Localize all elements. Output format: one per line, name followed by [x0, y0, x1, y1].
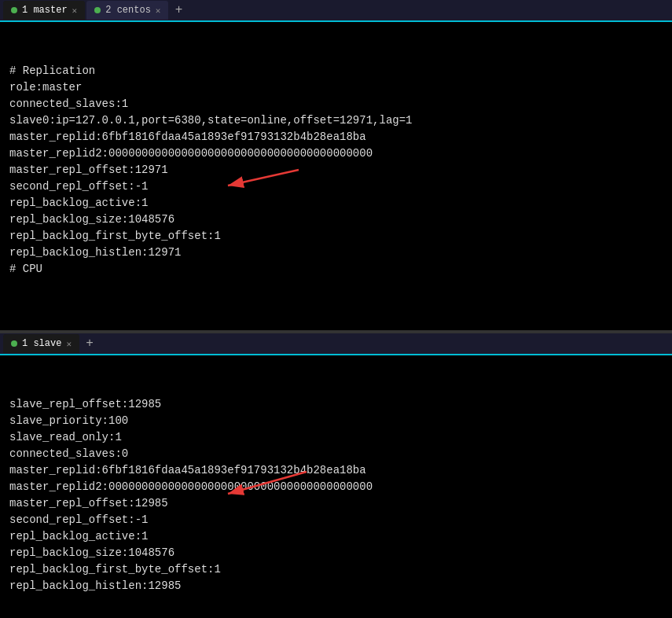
terminal-line: repl_backlog_size:1048576: [9, 212, 663, 228]
tab-add-bottom[interactable]: +: [81, 335, 98, 352]
terminal-line: repl_backlog_active:1: [9, 528, 663, 545]
tab-close-master[interactable]: ✕: [72, 6, 78, 16]
tab-close-slave[interactable]: ✕: [66, 339, 72, 349]
terminal-line: repl_backlog_size:1048576: [9, 545, 663, 561]
terminal-line: connected_slaves:0: [9, 446, 663, 462]
tab-centos[interactable]: 2 centos ✕: [86, 1, 168, 20]
terminal-line: slave_read_only:1: [9, 429, 663, 446]
terminal-line: second_repl_offset:-1: [9, 512, 663, 528]
top-terminal-content: # Replicationrole:masterconnected_slaves…: [9, 63, 663, 278]
tab-add-top[interactable]: +: [170, 2, 187, 19]
tab-label-master: 1 master: [22, 5, 68, 16]
terminal-line: master_replid:6fbf1816fdaa45a1893ef91793…: [9, 129, 663, 145]
bottom-terminal-content: slave_repl_offset:12985slave_priority:10…: [9, 396, 663, 594]
tab-slave[interactable]: 1 slave ✕: [3, 334, 79, 353]
tab-master[interactable]: 1 master ✕: [3, 1, 85, 20]
terminal-line: repl_backlog_histlen:12971: [9, 245, 663, 261]
terminal-line: connected_slaves:1: [9, 96, 663, 112]
terminal-line: master_replid2:0000000000000000000000000…: [9, 145, 663, 162]
terminal-line: role:master: [9, 79, 663, 96]
tab-dot-slave: [11, 340, 17, 347]
tab-close-centos[interactable]: ✕: [156, 6, 161, 16]
terminal-line: master_replid:6fbf1816fdaa45a1893ef91793…: [9, 462, 663, 479]
terminal-line: slave0:ip=127.0.0.1,port=6380,state=onli…: [9, 112, 663, 129]
terminal-line: slave_repl_offset:12985: [9, 396, 663, 413]
tab-dot-master: [11, 7, 17, 13]
terminal-line: # Replication: [9, 63, 663, 79]
terminal-line: master_replid2:0000000000000000000000000…: [9, 479, 663, 495]
bottom-tab-bar: 1 slave ✕ +: [0, 333, 672, 355]
bottom-pane: 1 slave ✕ + slave_repl_offset:12985slave…: [0, 333, 672, 618]
bottom-terminal: slave_repl_offset:12985slave_priority:10…: [0, 355, 672, 618]
top-terminal: # Replicationrole:masterconnected_slaves…: [0, 22, 672, 330]
terminal-line: master_repl_offset:12971: [9, 162, 663, 178]
terminal-line: second_repl_offset:-1: [9, 178, 663, 195]
top-tab-bar: 1 master ✕ 2 centos ✕ +: [0, 0, 672, 22]
terminal-line: repl_backlog_active:1: [9, 195, 663, 212]
terminal-line: repl_backlog_first_byte_offset:1: [9, 228, 663, 245]
tab-label-slave: 1 slave: [22, 338, 61, 349]
terminal-line: repl_backlog_histlen:12985: [9, 578, 663, 594]
tab-label-centos: 2 centos: [105, 5, 151, 16]
top-pane: 1 master ✕ 2 centos ✕ + # Replicationrol…: [0, 0, 672, 330]
tab-dot-centos: [94, 7, 101, 13]
terminal-line: slave_priority:100: [9, 413, 663, 429]
terminal-line: # CPU: [9, 261, 663, 278]
terminal-line: repl_backlog_first_byte_offset:1: [9, 561, 663, 578]
terminal-line: master_repl_offset:12985: [9, 495, 663, 512]
